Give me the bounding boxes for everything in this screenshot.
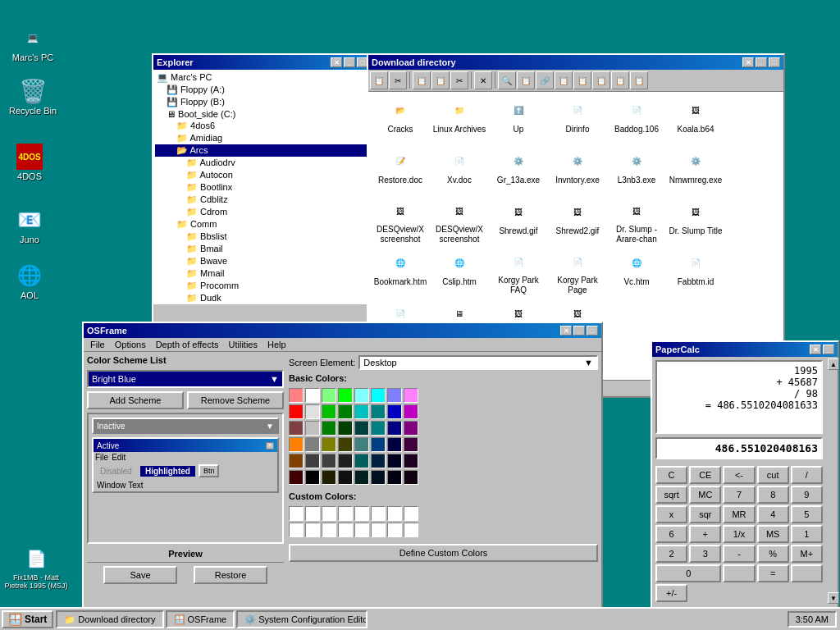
basic-color-26[interactable] [322,437,336,452]
toolbar-btn-12[interactable]: 📋 [630,71,648,89]
basic-color-3[interactable] [338,388,353,403]
explorer-tree[interactable]: 💻 Marc's PC💾 Floppy (A:)💾 Floppy (B:)🖥 B… [153,70,372,304]
file-icon-8[interactable]: ⚙️Gr_13a.exe [490,146,547,195]
basic-color-47[interactable] [404,470,418,485]
taskbar-item-download[interactable]: 📁 Download directory [56,610,163,628]
add-scheme-button[interactable]: Add Scheme [87,391,184,409]
basic-color-43[interactable] [338,470,353,485]
custom-color-7[interactable] [404,506,418,521]
osframe-menu-help[interactable]: Help [262,339,291,350]
basic-color-27[interactable] [338,437,353,452]
custom-color-15[interactable] [404,523,418,537]
tree-item[interactable]: 💾 Floppy (A:) [155,84,370,96]
basic-color-1[interactable] [305,388,320,403]
file-icon-22[interactable]: 🌐Vc.htm [608,248,665,297]
toolbar-btn-delete[interactable]: ✕ [474,71,492,89]
basic-color-12[interactable] [354,404,369,419]
tree-item[interactable]: 📁 Mmail [155,267,370,280]
toolbar-btn-8[interactable]: 📋 [555,71,573,89]
custom-color-13[interactable] [371,523,386,537]
osframe-menu-depth[interactable]: Depth of effects [151,339,224,350]
calc-btn-8[interactable]: 8 [757,486,789,504]
custom-colors-grid[interactable] [289,506,598,537]
custom-color-6[interactable] [387,506,402,521]
basic-color-13[interactable] [371,404,386,419]
toolbar-btn-5[interactable]: 🔍 [498,71,516,89]
file-icon-13[interactable]: 🖼DESQview/X screenshot [431,197,488,246]
calc-btn-__[interactable]: <- [723,466,755,484]
calc-btn-9[interactable]: 9 [791,486,823,504]
file-icon-6[interactable]: 📝Restore.doc [372,146,429,195]
taskbar-item-sysconfig[interactable]: ⚙️ System Configuration Editor [236,610,368,628]
calc-btn-0[interactable]: 0 [655,564,721,582]
basic-color-46[interactable] [387,470,402,485]
tree-item[interactable]: 📁 Bmail [155,243,370,255]
calc-btn-M_[interactable]: M+ [791,545,823,563]
tree-item[interactable]: 💾 Floppy (B:) [155,96,370,108]
basic-color-0[interactable] [289,388,304,403]
osframe-titlebar[interactable]: OSFrame ✕ _ □ [84,323,601,338]
basic-color-4[interactable] [354,388,369,403]
calc-btn-CE[interactable]: CE [689,466,721,484]
tree-item[interactable]: 📂 Arcs [155,144,370,157]
basic-color-30[interactable] [387,437,402,452]
tree-item[interactable]: 📁 Autocon [155,169,370,181]
tree-item[interactable]: 💻 Marc's PC [155,71,370,84]
tree-item[interactable]: 📁 Cdrom [155,206,370,218]
tree-item[interactable]: 📁 Amidiag [155,132,370,144]
file-icon-9[interactable]: ⚙️Invntory.exe [549,146,606,195]
basic-color-32[interactable] [289,454,304,468]
basic-color-14[interactable] [387,404,402,419]
file-icon-12[interactable]: 🖼DESQview/X screenshot [372,197,429,246]
papercalc-close-btn[interactable]: ✕ [810,345,821,354]
custom-color-5[interactable] [371,506,386,521]
calc-btn-6[interactable]: 6 [655,525,687,543]
osframe-close-btn[interactable]: ✕ [560,326,572,336]
papercalc-minimize-btn[interactable]: _ [823,345,834,354]
osframe-minimize-btn[interactable]: _ [573,326,585,336]
basic-color-8[interactable] [289,404,304,419]
file-icon-4[interactable]: 📄Baddog.106 [608,95,665,144]
basic-color-15[interactable] [404,404,418,419]
custom-color-11[interactable] [338,523,353,537]
download-minimize-btn[interactable]: _ [756,57,767,67]
basic-color-28[interactable] [354,437,369,452]
custom-color-10[interactable] [322,523,336,537]
basic-color-22[interactable] [387,421,402,436]
basic-color-23[interactable] [404,421,418,436]
file-icon-11[interactable]: ⚙️Nmwmreg.exe [667,146,724,195]
file-icon-3[interactable]: 📄Dirinfo [549,95,606,144]
toolbar-btn-3[interactable]: 📋 [431,71,450,89]
desktop-icon-juno[interactable]: 📧 Juno [3,207,56,244]
basic-color-16[interactable] [289,421,304,436]
explorer-titlebar[interactable]: Explorer ✕ _ □ [153,55,372,70]
basic-color-21[interactable] [371,421,386,436]
desktop-icon-marcs-pc[interactable]: 💻 Marc's PC [7,25,59,62]
toolbar-btn-1[interactable]: ✂ [389,71,407,89]
scroll-up-btn[interactable]: ▲ [828,358,839,370]
calc-btn-_[interactable]: + [689,525,721,543]
calc-btn-cut[interactable]: cut [757,466,789,484]
tree-item[interactable]: 📁 Dudk [155,292,370,304]
start-button[interactable]: 🪟 Start [2,610,53,628]
osframe-menu-utilities[interactable]: Utilities [224,339,262,350]
papercalc-titlebar[interactable]: PaperCalc ✕ _ [652,342,838,357]
basic-color-20[interactable] [354,421,369,436]
desktop-icon-4dos[interactable]: 4DOS 4DOS [3,144,56,181]
basic-color-6[interactable] [387,388,402,403]
basic-color-29[interactable] [371,437,386,452]
desktop-icon-recycle-bin[interactable]: 🗑️ Recycle Bin [7,78,59,116]
file-icon-15[interactable]: 🖼Shrewd2.gif [549,197,606,246]
osframe-maximize-btn[interactable]: □ [587,326,598,336]
calc-btn-C[interactable]: C [655,466,687,484]
basic-color-38[interactable] [387,454,402,468]
screen-element-dropdown[interactable]: Desktop ▼ [358,355,598,370]
calc-btn-1[interactable]: 1 [791,525,823,543]
osframe-menu-options[interactable]: Options [110,339,151,350]
calc-btn-x[interactable]: x [655,505,687,523]
file-icon-10[interactable]: ⚙️L3nb3.exe [608,146,665,195]
file-icon-21[interactable]: 📄Korgy Park Page [549,248,606,297]
basic-color-10[interactable] [322,404,336,419]
basic-color-18[interactable] [322,421,336,436]
basic-color-9[interactable] [305,404,320,419]
